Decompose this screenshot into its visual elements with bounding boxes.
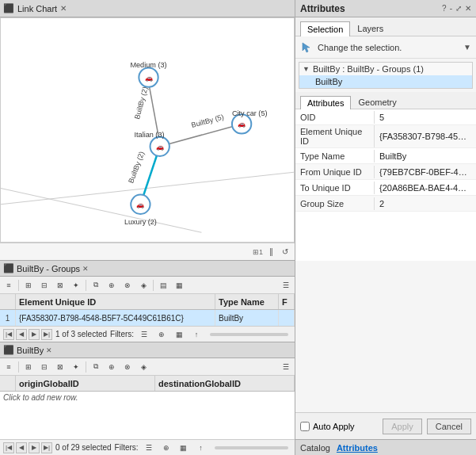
tab-selection[interactable]: Selection [300, 21, 350, 36]
tb-btn-menu[interactable]: ☰ [279, 278, 293, 292]
attr-val-groupsize: 2 [375, 197, 476, 210]
close-panel-icon[interactable]: ✕ [465, 4, 471, 13]
help-icon[interactable]: ? [442, 4, 447, 13]
map-svg: BuiltBy (2) BuiltBy (5) BuiltBy (2) 🚗 Me… [1, 18, 294, 242]
tree-group-item[interactable]: ▼ BuiltBy : BuiltBy - Groups (1) [299, 63, 472, 75]
table2-body: Click to add new row. [0, 392, 295, 439]
svg-marker-20 [303, 43, 310, 52]
t2-btn-6[interactable]: ⧉ [89, 360, 103, 374]
attr-key-from: From Unique ID [295, 166, 375, 178]
link-chart-close[interactable]: ✕ [60, 4, 67, 13]
t2-btn-4[interactable]: ⊠ [53, 360, 67, 374]
svg-text:🚗: 🚗 [238, 120, 246, 128]
tb-btn-11[interactable]: ▦ [172, 278, 186, 292]
tree-child-item[interactable]: BuiltBy [299, 75, 472, 88]
tb-btn-8[interactable]: ⊗ [120, 278, 135, 292]
t2-nav-prev[interactable]: ◀ [16, 442, 27, 453]
link-chart-label: Link Chart [17, 4, 57, 13]
table-row[interactable]: 1 {FA358307-B798-4548-B5F7-5C449C61B61C}… [0, 310, 295, 326]
t2-filter-btn-4[interactable]: ↑ [194, 441, 208, 455]
tb-btn-4[interactable]: ⊠ [53, 278, 67, 292]
link-chart-tab[interactable]: ⬛ Link Chart ✕ [3, 3, 67, 13]
filter-btn-4[interactable]: ↑ [189, 327, 204, 342]
table2-tab-bar: ⬛ BuiltBy ✕ [0, 342, 295, 358]
tree-child-label: BuiltBy [315, 77, 342, 86]
cancel-button[interactable]: Cancel [427, 419, 471, 434]
tb-btn-1[interactable]: ≡ [2, 278, 16, 292]
filter-btn-2[interactable]: ⊕ [154, 327, 169, 342]
attr-row-uid: Element Unique ID {FA358307-B798-4548-B5… [295, 125, 476, 148]
nav-first[interactable]: |◀ [3, 329, 14, 340]
t2-btn-7[interactable]: ⊕ [105, 360, 119, 374]
table2-count: 0 of 29 selected [55, 443, 112, 452]
t2-btn-3[interactable]: ⊟ [37, 360, 51, 374]
maximize-icon[interactable]: ⤢ [455, 4, 462, 13]
svg-text:Medium (3): Medium (3) [130, 61, 166, 69]
pause-btn[interactable]: ‖ [265, 246, 277, 258]
attributes-catalog-tab[interactable]: Attributes [337, 443, 378, 453]
table1-tab[interactable]: ⬛ BuiltBy - Groups ✕ [3, 263, 89, 273]
filter-btn-1[interactable]: ☰ [137, 327, 151, 342]
svg-text:🚗: 🚗 [145, 74, 154, 82]
table2-toolbar: ≡ ⊞ ⊟ ⊠ ✦ ⧉ ⊕ ⊗ ◈ ☰ [0, 358, 295, 376]
t2-filter-btn-2[interactable]: ⊕ [159, 441, 173, 455]
minimize-icon[interactable]: - [450, 4, 452, 13]
cell-type: BuiltBy [215, 310, 279, 326]
right-panel-title: Attributes [300, 3, 442, 14]
t2-btn-5[interactable]: ✦ [69, 360, 83, 374]
tb-btn-6[interactable]: ⧉ [89, 278, 103, 292]
table1-section: ⬛ BuiltBy - Groups ✕ ≡ ⊞ ⊟ ⊠ ✦ ⧉ ⊕ ⊗ ◈ ▤… [0, 260, 295, 342]
t2-filter-btn-1[interactable]: ☰ [142, 441, 156, 455]
t2-btn-8[interactable]: ⊗ [120, 360, 135, 374]
nav-prev[interactable]: ◀ [16, 329, 27, 340]
right-main-tabs: Selection Layers [295, 17, 476, 36]
table1-close[interactable]: ✕ [82, 265, 89, 273]
svg-text:BuiltBy (5): BuiltBy (5) [191, 113, 225, 129]
t2-nav-first[interactable]: |◀ [3, 442, 14, 453]
tb-btn-2[interactable]: ⊞ [21, 278, 36, 292]
tab-layers[interactable]: Layers [350, 21, 390, 36]
row-num: 1 [0, 310, 16, 326]
auto-apply-row: Auto Apply [300, 422, 378, 431]
cell-uid: {FA358307-B798-4548-B5F7-5C449C61B61C} [16, 310, 215, 326]
svg-text:🚗: 🚗 [156, 143, 165, 151]
tab-geometry[interactable]: Geometry [351, 95, 403, 109]
apply-button[interactable]: Apply [383, 419, 422, 434]
attr-row-to: To Unique ID {20A86BEA-BAE4-4F33-B10E [295, 180, 476, 196]
catalog-bar: Catalog Attributes [295, 439, 476, 455]
refresh-btn[interactable]: ↺ [279, 246, 291, 258]
table1-count: 1 of 3 selected [55, 330, 107, 338]
table2-section: ⬛ BuiltBy ✕ ≡ ⊞ ⊟ ⊠ ✦ ⧉ ⊕ ⊗ ◈ ☰ originGl… [0, 342, 295, 455]
tb-btn-10[interactable]: ▤ [156, 278, 170, 292]
t2-nav-last[interactable]: ▶| [41, 442, 52, 453]
nav-next[interactable]: ▶ [29, 329, 40, 340]
right-panel-header: Attributes ? - ⤢ ✕ [295, 0, 476, 17]
selection-label: Change the selection. [318, 43, 459, 52]
selection-dropdown[interactable]: ▼ [463, 43, 471, 52]
attr-tabs: Attributes Geometry [295, 92, 476, 109]
t2-btn-9[interactable]: ◈ [136, 360, 150, 374]
auto-apply-checkbox[interactable] [300, 422, 310, 431]
nav-last[interactable]: ▶| [41, 329, 52, 340]
click-to-add[interactable]: Click to add new row. [0, 392, 295, 403]
tb-btn-7[interactable]: ⊕ [105, 278, 119, 292]
table2-close[interactable]: ✕ [46, 346, 52, 354]
t2-btn-menu[interactable]: ☰ [279, 360, 293, 374]
t2-filter-btn-3[interactable]: ▦ [177, 441, 191, 455]
catalog-tab[interactable]: Catalog [300, 443, 330, 453]
tb-btn-3[interactable]: ⊟ [37, 278, 51, 292]
table2-tab[interactable]: ⬛ BuiltBy ✕ [3, 345, 52, 355]
filter-btn-3[interactable]: ▦ [172, 327, 186, 342]
tb-btn-9[interactable]: ◈ [136, 278, 150, 292]
attr-key-oid: OID [295, 111, 375, 124]
tab-attributes[interactable]: Attributes [300, 96, 351, 109]
t2-btn-2[interactable]: ⊞ [21, 360, 36, 374]
svg-text:Italian (3): Italian (3) [135, 131, 165, 139]
tree-arrow: ▼ [303, 65, 310, 73]
table1-icon: ⬛ [3, 263, 14, 273]
t2-nav-next[interactable]: ▶ [29, 442, 40, 453]
auto-apply-label: Auto Apply [313, 422, 355, 431]
t2-btn-1[interactable]: ≡ [2, 360, 16, 374]
map-canvas[interactable]: BuiltBy (2) BuiltBy (5) BuiltBy (2) 🚗 Me… [0, 17, 295, 243]
tb-btn-5[interactable]: ✦ [69, 278, 83, 292]
